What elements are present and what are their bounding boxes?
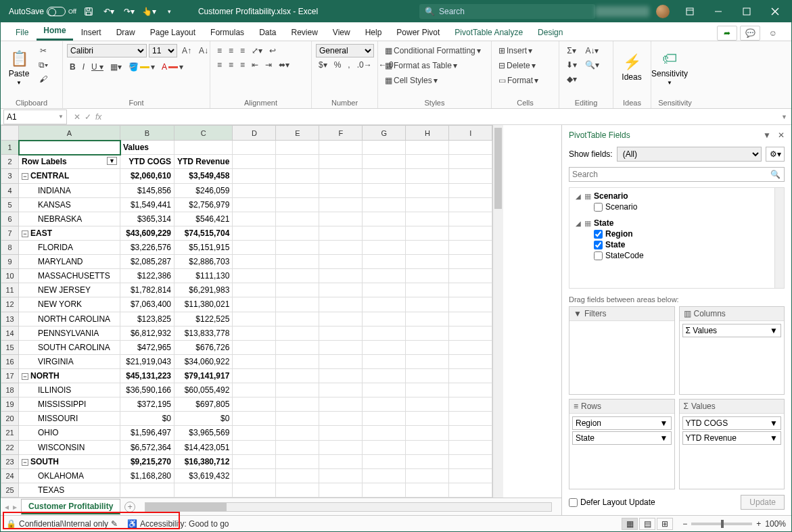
cell-C18[interactable]: $60,055,492 xyxy=(174,383,233,397)
col-header-F[interactable]: F xyxy=(319,126,363,141)
cell-C16[interactable]: $34,060,922 xyxy=(174,354,233,368)
number-format-select[interactable]: General xyxy=(316,44,374,57)
accessibility-status[interactable]: ♿Accessibility: Good to go xyxy=(127,519,229,529)
tab-help[interactable]: Help xyxy=(358,25,389,41)
col-header-C[interactable]: C xyxy=(174,126,233,141)
sheet-tab[interactable]: Customer Profitability xyxy=(21,499,120,514)
tab-design[interactable]: Design xyxy=(531,25,569,41)
tab-home[interactable]: Home xyxy=(37,23,72,41)
align-top-icon[interactable]: ≡ xyxy=(214,44,225,57)
cell-A5[interactable]: KANSAS xyxy=(19,197,120,212)
align-left-icon[interactable]: ≡ xyxy=(214,58,225,72)
qat-customize-icon[interactable]: ▾ xyxy=(162,3,178,20)
cell-C24[interactable]: $3,619,432 xyxy=(174,468,233,483)
row-header-13[interactable]: 13 xyxy=(1,312,19,326)
vertical-scrollbar[interactable] xyxy=(492,125,503,498)
field-region[interactable]: Region xyxy=(605,229,633,239)
cell-C17[interactable]: $79,141,917 xyxy=(174,368,233,383)
row-header-19[interactable]: 19 xyxy=(1,397,19,412)
cell-B13[interactable]: $123,825 xyxy=(120,312,174,326)
tab-page-layout[interactable]: Page Layout xyxy=(143,25,202,41)
decrease-indent-icon[interactable]: ⇤ xyxy=(249,58,261,72)
search-box[interactable]: 🔍 Search xyxy=(419,4,595,19)
row-header-18[interactable]: 18 xyxy=(1,383,19,397)
clear-icon[interactable]: ◆▾ xyxy=(563,72,580,86)
cell-B15[interactable]: $472,965 xyxy=(120,340,174,354)
chk-statecode[interactable] xyxy=(594,251,603,260)
sensitivity-status[interactable]: 🔒Confidential\Internal only✎ xyxy=(6,519,118,529)
cell-C7[interactable]: $74,515,704 xyxy=(174,226,233,240)
row-header-11[interactable]: 11 xyxy=(1,283,19,297)
currency-icon[interactable]: $▾ xyxy=(316,58,330,72)
cell-B12[interactable]: $7,063,400 xyxy=(120,297,174,312)
cell-C20[interactable]: $0 xyxy=(174,412,233,426)
cell-C3[interactable]: $3,549,458 xyxy=(174,169,233,183)
cell-A20[interactable]: MISSOURI xyxy=(19,412,120,426)
wrap-text-icon[interactable]: ↩ xyxy=(266,44,279,57)
fill-icon[interactable]: ⬇▾ xyxy=(563,58,580,72)
align-middle-icon[interactable]: ≡ xyxy=(226,44,236,57)
align-right-icon[interactable]: ≡ xyxy=(237,58,248,72)
cell-B4[interactable]: $145,856 xyxy=(120,183,174,197)
val-item-cogs[interactable]: YTD COGS▼ xyxy=(682,416,782,430)
fill-color-button[interactable]: 🪣▾ xyxy=(126,60,158,74)
cell-C6[interactable]: $546,421 xyxy=(174,212,233,226)
row-header-14[interactable]: 14 xyxy=(1,326,19,340)
paste-button[interactable]: 📋Paste▼ xyxy=(5,44,33,91)
minimize-icon[interactable] xyxy=(705,1,732,22)
collapse-icon[interactable]: − xyxy=(22,173,28,180)
filter-dropdown-icon[interactable]: ▼ xyxy=(107,157,117,165)
emoji-button[interactable]: ☺ xyxy=(763,26,783,41)
cell-C2[interactable]: YTD Revenue xyxy=(174,155,233,169)
font-name-select[interactable]: Calibri xyxy=(67,44,147,57)
cell-A16[interactable]: VIRGINIA xyxy=(19,354,120,368)
cell-A9[interactable]: MARYLAND xyxy=(19,255,120,269)
comma-icon[interactable]: , xyxy=(345,58,352,72)
underline-button[interactable]: U ▾ xyxy=(89,60,106,74)
collapse-icon[interactable]: − xyxy=(22,231,28,237)
col-header-I[interactable]: I xyxy=(449,126,492,141)
cell-B1[interactable]: Values xyxy=(120,141,174,155)
close-icon[interactable] xyxy=(762,1,789,22)
col-header-D[interactable]: D xyxy=(233,126,276,141)
borders-button[interactable]: ▦▾ xyxy=(108,60,124,74)
format-cells-button[interactable]: ▭ Format ▾ xyxy=(496,74,541,87)
cell-B14[interactable]: $6,812,932 xyxy=(120,326,174,340)
orientation-icon[interactable]: ⤢▾ xyxy=(249,44,265,57)
cell-B19[interactable]: $372,195 xyxy=(120,397,174,412)
cell-B17[interactable]: $45,131,223 xyxy=(120,368,174,383)
cell-B6[interactable]: $365,314 xyxy=(120,212,174,226)
cell-C21[interactable]: $3,965,569 xyxy=(174,426,233,440)
cell-C5[interactable]: $2,756,979 xyxy=(174,197,233,212)
area-rows[interactable]: ≡Rows Region▼ State▼ xyxy=(569,399,675,489)
share-button[interactable]: ➦ xyxy=(717,26,737,41)
format-painter-icon[interactable]: 🖌 xyxy=(36,72,51,86)
sort-filter-icon[interactable]: A↓▾ xyxy=(582,44,602,57)
row-header-3[interactable]: 3 xyxy=(1,169,19,183)
cell-A21[interactable]: OHIO xyxy=(19,426,120,440)
cell-B7[interactable]: $43,609,229 xyxy=(120,226,174,240)
select-all-corner[interactable] xyxy=(1,126,19,141)
increase-font-icon[interactable]: A↑ xyxy=(179,44,194,57)
cell-C8[interactable]: $5,151,915 xyxy=(174,240,233,254)
cell-A14[interactable]: PENNSYLVANIA xyxy=(19,326,120,340)
field-scenario[interactable]: Scenario xyxy=(605,202,637,212)
pane-close-icon[interactable]: ✕ xyxy=(778,130,785,140)
fieldlist-scrollbar[interactable] xyxy=(774,188,784,288)
zoom-in-icon[interactable]: + xyxy=(756,519,761,529)
cell-A11[interactable]: NEW JERSEY xyxy=(19,283,120,297)
tab-view[interactable]: View xyxy=(326,25,357,41)
col-header-A[interactable]: A xyxy=(19,126,120,141)
cell-A7[interactable]: −EAST xyxy=(19,226,120,240)
cell-C23[interactable]: $16,380,712 xyxy=(174,454,233,468)
row-header-17[interactable]: 17 xyxy=(1,368,19,383)
cell-A15[interactable]: SOUTH CAROLINA xyxy=(19,340,120,354)
formula-input[interactable] xyxy=(108,110,777,124)
defer-update-checkbox[interactable]: Defer Layout Update xyxy=(569,498,655,507)
row-header-21[interactable]: 21 xyxy=(1,426,19,440)
tab-formulas[interactable]: Formulas xyxy=(204,25,251,41)
cell-A25[interactable]: TEXAS xyxy=(19,483,120,497)
cell-B5[interactable]: $1,549,441 xyxy=(120,197,174,212)
cell-A12[interactable]: NEW YORK xyxy=(19,297,120,312)
row-header-8[interactable]: 8 xyxy=(1,240,19,254)
